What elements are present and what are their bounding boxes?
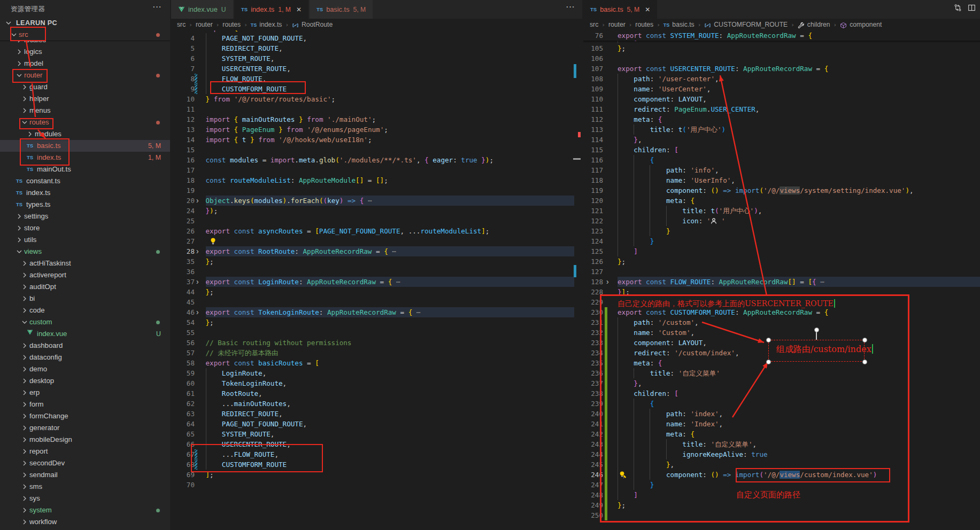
tree-item-types.ts[interactable]: TStypes.ts <box>0 199 170 211</box>
explorer-more-actions-icon[interactable]: ··· <box>152 2 161 12</box>
tree-item-helper[interactable]: helper <box>0 93 170 105</box>
tree-item-mobileDesign[interactable]: mobileDesign <box>0 434 170 446</box>
fold-chevron-icon[interactable]: › <box>196 307 199 317</box>
tree-root-learun-pc[interactable]: LEARUN PC <box>0 17 170 29</box>
tree-item-dashboard[interactable]: dashboard <box>0 340 170 352</box>
tree-item-index.vue[interactable]: index.vueU <box>0 328 170 340</box>
code-line-229[interactable] <box>583 297 980 307</box>
tree-item-demo[interactable]: demo <box>0 363 170 375</box>
code-line-15[interactable] <box>171 145 582 155</box>
code-line-114[interactable] <box>583 135 980 145</box>
code-line-45[interactable] <box>171 297 582 307</box>
tree-item-guard[interactable]: guard <box>0 81 170 93</box>
breadcrumb-item[interactable]: routes <box>635 21 653 28</box>
tree-item-index.ts[interactable]: TSindex.ts <box>0 187 170 199</box>
code-line-55[interactable] <box>171 328 582 338</box>
tree-item-workflow[interactable]: workflow <box>0 516 170 528</box>
code-line-237[interactable] <box>583 378 980 388</box>
tree-item-settings[interactable]: settings <box>0 211 170 222</box>
compare-changes-icon[interactable] <box>954 4 962 14</box>
close-icon[interactable]: ✕ <box>296 6 302 13</box>
code-line-27[interactable] <box>171 236 582 246</box>
breadcrumb-item[interactable]: router <box>608 21 626 28</box>
tree-item-model[interactable]: model <box>0 58 170 69</box>
breadcrumb-item[interactable]: children <box>807 21 830 28</box>
code-line-228[interactable] <box>583 287 980 297</box>
code-line-248[interactable] <box>583 490 980 500</box>
breadcrumb-item[interactable]: router <box>196 21 213 28</box>
tree-item-actHiTaskinst[interactable]: actHiTaskinst <box>0 258 170 269</box>
tree-item-router[interactable]: router <box>0 69 170 81</box>
breadcrumb-item[interactable]: index.ts <box>259 21 282 28</box>
tree-item-mainOut.ts[interactable]: TSmainOut.ts <box>0 163 170 175</box>
tree-item-routes[interactable]: routes <box>0 116 170 128</box>
breadcrumb-item[interactable]: routes <box>222 21 241 28</box>
code-line-36[interactable] <box>171 267 582 277</box>
code-line-127[interactable] <box>583 267 980 277</box>
tree-item-secondDev[interactable]: secondDev <box>0 457 170 469</box>
tab-basic.ts[interactable]: TSbasic.ts5, M✕ <box>583 0 658 19</box>
tree-item-views[interactable]: views <box>0 246 170 258</box>
breadcrumb-item[interactable]: basic.ts <box>672 21 694 28</box>
fold-chevron-icon[interactable]: › <box>196 196 199 206</box>
tree-item-bi[interactable]: bi <box>0 293 170 305</box>
tree-item-sys[interactable]: sys <box>0 493 170 504</box>
tree-item-code[interactable]: code <box>0 305 170 316</box>
code-line-126[interactable] <box>583 256 980 267</box>
code-line-105[interactable] <box>583 43 980 53</box>
fold-chevron-icon[interactable]: › <box>606 277 609 287</box>
breadcrumb-item[interactable]: CUSTOMFORM_ROUTE <box>714 21 788 28</box>
code-line-250[interactable] <box>583 510 980 520</box>
code-line-69[interactable] <box>171 470 582 480</box>
code-line-106[interactable] <box>583 53 980 64</box>
editor-actions-icon[interactable]: ··· <box>566 2 575 12</box>
tree-item-utils[interactable]: utils <box>0 234 170 246</box>
fold-chevron-icon[interactable]: › <box>196 246 199 256</box>
tree-item-generator[interactable]: generator <box>0 422 170 434</box>
tree-item-logics[interactable]: logics <box>0 46 170 58</box>
code-line-17[interactable] <box>171 165 582 175</box>
breadcrumb-item[interactable]: component <box>850 21 882 28</box>
tree-item-sms[interactable]: sms <box>0 481 170 493</box>
code-line-44[interactable] <box>171 287 582 297</box>
code-line-19[interactable] <box>171 185 582 196</box>
tree-item-form[interactable]: form <box>0 399 170 410</box>
tree-item-menus[interactable]: menus <box>0 105 170 116</box>
tree-item-auditOpt[interactable]: auditOpt <box>0 281 170 293</box>
tree-item-formChange[interactable]: formChange <box>0 410 170 422</box>
tree-item-sendmail[interactable]: sendmail <box>0 469 170 481</box>
breadcrumb-item[interactable]: src <box>177 21 186 28</box>
tab-index.vue[interactable]: index.vueU <box>171 0 234 19</box>
tree-item-index.ts[interactable]: TSindex.ts1, M <box>0 152 170 163</box>
code-editor[interactable]: 104 ]105};106107export const USERCENTER_… <box>583 30 980 530</box>
tree-item-erp[interactable]: erp <box>0 387 170 399</box>
code-line-11[interactable] <box>171 104 582 114</box>
fold-chevron-icon[interactable]: › <box>196 277 199 287</box>
lightbulb-icon[interactable] <box>209 237 217 245</box>
tree-item-modules[interactable]: modules <box>0 128 170 140</box>
tab-basic.ts[interactable]: TSbasic.ts5, M <box>310 0 373 19</box>
tree-item-system[interactable]: system <box>0 504 170 516</box>
code-line-125[interactable] <box>583 246 980 256</box>
tree-item-custom[interactable]: custom <box>0 316 170 328</box>
code-line-249[interactable] <box>583 500 980 510</box>
tree-item-report[interactable]: report <box>0 446 170 457</box>
tree-item-desktop[interactable]: desktop <box>0 375 170 387</box>
tree-item-store[interactable]: store <box>0 222 170 234</box>
code-line-70[interactable] <box>171 480 582 490</box>
tree-item-src-sticky[interactable]: src <box>0 29 170 41</box>
tree-item-constant.ts[interactable]: TSconstant.ts <box>0 175 170 187</box>
lightbulb-icon[interactable] <box>619 471 627 479</box>
close-icon[interactable]: ✕ <box>645 6 650 13</box>
code-editor[interactable]: 3import {4 PAGE_NOT_FOUND_ROUTE,5 REDIRE… <box>171 30 582 530</box>
code-line-35[interactable] <box>171 256 582 267</box>
tree-item-activereport[interactable]: activereport <box>0 269 170 281</box>
breadcrumb-item[interactable]: RootRoute <box>302 21 333 28</box>
tab-index.ts[interactable]: TSindex.ts1, M✕ <box>234 0 309 19</box>
breadcrumb-item[interactable]: src <box>590 21 598 28</box>
code-line-25[interactable] <box>171 216 582 226</box>
code-line-54[interactable] <box>171 317 582 328</box>
code-line-24[interactable] <box>171 206 582 216</box>
split-editor-icon[interactable] <box>968 4 976 14</box>
tree-item-dataconfig[interactable]: dataconfig <box>0 352 170 363</box>
